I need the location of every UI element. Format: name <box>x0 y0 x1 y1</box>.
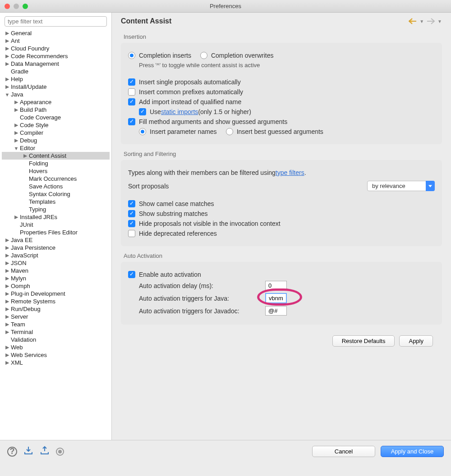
forward-icon[interactable] <box>427 18 435 24</box>
tree-item[interactable]: Hovers <box>2 167 110 175</box>
tree-arrow-icon[interactable]: ▶ <box>5 30 10 36</box>
javadoc-triggers-input[interactable] <box>265 306 287 316</box>
tree-item[interactable]: ▶Plug-in Development <box>2 290 110 298</box>
tree-arrow-icon[interactable]: ▶ <box>14 122 19 128</box>
tree-item[interactable]: ▶Code Recommenders <box>2 52 110 60</box>
tree-item[interactable]: ▶Mylyn <box>2 275 110 282</box>
tree-arrow-icon[interactable]: ▶ <box>5 360 10 366</box>
hide-deprecated-check[interactable] <box>128 230 135 237</box>
tree-arrow-icon[interactable]: ▼ <box>14 146 19 151</box>
tree-arrow-icon[interactable]: ▶ <box>5 237 10 243</box>
fill-method-check[interactable] <box>128 118 135 125</box>
completion-overwrites-radio[interactable] <box>200 52 207 59</box>
back-menu-icon[interactable]: ▼ <box>419 19 424 24</box>
tree-arrow-icon[interactable]: ▶ <box>5 252 10 258</box>
tree-arrow-icon[interactable]: ▶ <box>5 275 10 281</box>
java-triggers-input[interactable] <box>265 293 287 303</box>
tree-item[interactable]: Validation <box>2 336 110 343</box>
tree-item[interactable]: ▶Debug <box>2 137 110 144</box>
show-camel-check[interactable] <box>128 200 135 207</box>
export-icon[interactable] <box>40 446 50 457</box>
tree-arrow-icon[interactable]: ▶ <box>5 329 10 335</box>
filter-input[interactable] <box>5 16 107 27</box>
tree-item[interactable]: ▶JavaScript <box>2 252 110 259</box>
tree-arrow-icon[interactable]: ▶ <box>5 291 10 297</box>
tree-item[interactable]: Properties Files Editor <box>2 229 110 236</box>
tree-arrow-icon[interactable]: ▶ <box>5 268 10 274</box>
insert-param-names-radio[interactable] <box>139 128 146 135</box>
tree-item[interactable]: ▶Ant <box>2 37 110 45</box>
tree-arrow-icon[interactable]: ▶ <box>5 344 10 350</box>
tree-arrow-icon[interactable]: ▶ <box>14 99 19 105</box>
import-icon[interactable] <box>23 446 33 457</box>
tree-arrow-icon[interactable]: ▼ <box>5 92 10 97</box>
tree-arrow-icon[interactable]: ▶ <box>5 61 10 67</box>
tree-arrow-icon[interactable]: ▶ <box>5 314 10 320</box>
tree-item[interactable]: ▶Installed JREs <box>2 213 110 221</box>
tree-item[interactable]: Folding <box>2 160 110 167</box>
tree-item[interactable]: ▶Web <box>2 343 110 351</box>
tree-arrow-icon[interactable]: ▶ <box>23 153 28 159</box>
tree-arrow-icon[interactable]: ▶ <box>5 38 10 44</box>
hide-proposals-check[interactable] <box>128 220 135 227</box>
tree-arrow-icon[interactable]: ▶ <box>14 214 19 220</box>
tree-item[interactable]: ▶Maven <box>2 267 110 275</box>
tree-item[interactable]: ▶Compiler <box>2 129 110 137</box>
delay-input[interactable] <box>265 281 287 290</box>
tree-item[interactable]: ▶Java EE <box>2 236 110 244</box>
tree-item[interactable]: Code Coverage <box>2 114 110 121</box>
tree-item[interactable]: Mark Occurrences <box>2 175 110 183</box>
tree-item[interactable]: ▶XML <box>2 359 110 366</box>
record-icon[interactable] <box>56 448 64 456</box>
tree-arrow-icon[interactable]: ▶ <box>5 260 10 266</box>
tree-arrow-icon[interactable]: ▶ <box>5 321 10 327</box>
tree-item[interactable]: Syntax Coloring <box>2 190 110 198</box>
tree-item[interactable]: ▶Terminal <box>2 328 110 336</box>
sort-proposals-select[interactable]: by relevance <box>367 181 435 191</box>
apply-button[interactable]: Apply <box>399 335 433 347</box>
tree-arrow-icon[interactable]: ▶ <box>5 46 10 51</box>
tree-item[interactable]: ▶Appearance <box>2 98 110 106</box>
tree-arrow-icon[interactable]: ▶ <box>14 107 19 113</box>
tree-item[interactable]: ▶Web Services <box>2 351 110 359</box>
tree-item[interactable]: ▶Data Management <box>2 60 110 68</box>
tree-item[interactable]: Templates <box>2 198 110 206</box>
tree-item[interactable]: ▶Remote Systems <box>2 298 110 305</box>
tree-item[interactable]: ▶Build Path <box>2 106 110 114</box>
tree-item[interactable]: Gradle <box>2 68 110 75</box>
tree-item[interactable]: Save Actions <box>2 183 110 190</box>
add-import-check[interactable] <box>128 98 135 105</box>
tree-arrow-icon[interactable]: ▶ <box>5 84 10 90</box>
type-filters-link[interactable]: type filters <box>276 169 304 176</box>
tree-arrow-icon[interactable]: ▶ <box>5 283 10 289</box>
tree-item[interactable]: ▶General <box>2 29 110 37</box>
forward-menu-icon[interactable]: ▼ <box>437 19 442 24</box>
insert-common-check[interactable] <box>128 88 135 96</box>
tree-arrow-icon[interactable]: ▶ <box>5 306 10 312</box>
tree-item[interactable]: ▶Install/Update <box>2 83 110 91</box>
tree-arrow-icon[interactable]: ▶ <box>5 352 10 358</box>
cancel-button[interactable]: Cancel <box>312 446 375 457</box>
restore-defaults-button[interactable]: Restore Defaults <box>332 335 395 347</box>
tree-arrow-icon[interactable]: ▶ <box>14 130 19 136</box>
tree-item[interactable]: ▶Content Assist <box>2 152 110 160</box>
tree-item[interactable]: ▼Editor <box>2 144 110 152</box>
tree-item[interactable]: ▶Java Persistence <box>2 244 110 252</box>
tree-item[interactable]: ▶Oomph <box>2 282 110 290</box>
tree-arrow-icon[interactable]: ▶ <box>5 53 10 59</box>
tree-arrow-icon[interactable]: ▶ <box>5 298 10 304</box>
show-substring-check[interactable] <box>128 210 135 217</box>
tree-item[interactable]: ▶Cloud Foundry <box>2 45 110 52</box>
tree-item[interactable]: ▶Run/Debug <box>2 305 110 313</box>
tree-item[interactable]: JUnit <box>2 221 110 229</box>
tree-arrow-icon[interactable]: ▶ <box>5 76 10 82</box>
apply-and-close-button[interactable]: Apply and Close <box>381 446 444 457</box>
tree-item[interactable]: Typing <box>2 206 110 213</box>
tree-arrow-icon[interactable]: ▶ <box>5 245 10 251</box>
static-imports-link[interactable]: static imports <box>161 108 198 115</box>
insert-best-guessed-radio[interactable] <box>226 128 233 135</box>
back-icon[interactable] <box>409 18 417 24</box>
tree-item[interactable]: ▼Java <box>2 91 110 98</box>
help-icon[interactable]: ? <box>7 447 17 457</box>
tree-item[interactable]: ▶Help <box>2 75 110 83</box>
